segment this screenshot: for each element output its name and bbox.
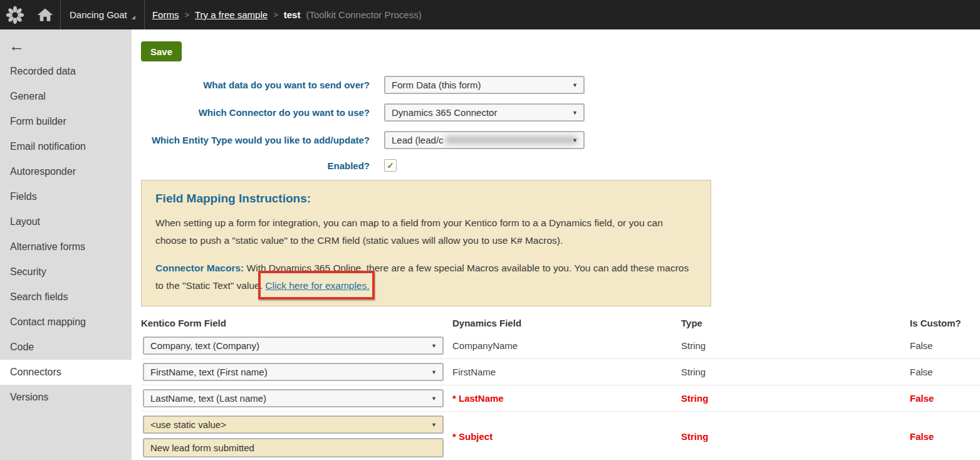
dynamics-field-value: FirstName (452, 367, 681, 377)
connector-select[interactable]: Dynamics 365 Connector ▼ (384, 103, 585, 122)
chevron-down-icon: ▼ (431, 369, 437, 375)
form-row-enabled: Enabled? ✓ (141, 159, 980, 172)
chevron-down-icon: ▼ (431, 395, 437, 402)
instructions-title: Field Mapping Instructions: (155, 192, 696, 206)
dynamics-field-value-required: * LastName (452, 393, 681, 404)
header-type: Type (681, 318, 910, 328)
sidebar-item-general[interactable]: General (0, 84, 132, 109)
sidebar-item-autoresponder[interactable]: Autoresponder (0, 159, 132, 184)
chevron-down-icon: ▼ (431, 422, 437, 428)
is-custom-value-required: False (910, 431, 980, 442)
sidebar-item-security[interactable]: Security (0, 259, 132, 285)
sidebar-item-versions[interactable]: Versions (0, 385, 132, 410)
form-row-connector: Which Connector do you want to use? Dyna… (141, 103, 980, 122)
type-value-required: String (681, 393, 910, 404)
type-value: String (681, 340, 910, 351)
kentico-logo-icon[interactable] (0, 0, 30, 29)
entity-type-label: Which Entity Type would you like to add/… (141, 135, 370, 145)
site-selector[interactable]: Dancing Goat ◢ (61, 0, 144, 29)
instructions-paragraph: When setting up a form for integration, … (155, 214, 696, 249)
kentico-field-value: LastName, text (Last name) (150, 393, 266, 404)
dynamics-field-value-required: * Subject (452, 431, 681, 442)
sidebar-item-fields[interactable]: Fields (0, 184, 132, 209)
enabled-label: Enabled? (141, 160, 370, 171)
enabled-checkbox[interactable]: ✓ (384, 159, 397, 172)
sidebar-item-connectors[interactable]: Connectors (0, 360, 132, 385)
sidebar-item-recorded-data[interactable]: Recorded data (0, 59, 132, 84)
redacted-blur (445, 136, 578, 144)
sidebar-item-form-builder[interactable]: Form builder (0, 109, 132, 134)
header-kentico-form-field: Kentico Form Field (141, 318, 452, 328)
breadcrumb-current: test (284, 9, 301, 20)
kentico-field-value: Company, text (Company) (150, 340, 259, 351)
top-bar: Dancing Goat ◢ Forms > Try a free sample… (0, 0, 980, 29)
sidebar-item-layout[interactable]: Layout (0, 209, 132, 234)
sidebar-item-code[interactable]: Code (0, 335, 132, 360)
chevron-down-icon: ▼ (572, 110, 578, 116)
breadcrumb-suffix: (Toolkit Connector Process) (306, 9, 421, 20)
site-selector-label: Dancing Goat (70, 9, 127, 20)
is-custom-value: False (910, 340, 980, 351)
kentico-field-value: FirstName, text (First name) (150, 367, 268, 377)
breadcrumb: Forms > Try a free sample > test (Toolki… (145, 0, 429, 29)
kentico-field-value: <use static value> (150, 419, 226, 430)
home-icon[interactable] (30, 0, 60, 29)
main-content: Save What data do you want to send over?… (132, 29, 980, 460)
table-row: FirstName, text (First name) ▼ FirstName… (141, 359, 980, 385)
connector-label: Which Connector do you want to use? (141, 107, 370, 118)
mapping-table-header: Kentico Form Field Dynamics Field Type I… (141, 316, 980, 333)
kentico-field-select-static[interactable]: <use static value> ▼ (143, 416, 444, 434)
send-data-label: What data do you want to send over? (141, 80, 370, 90)
dynamics-field-value: CompanyName (452, 340, 681, 351)
form-row-send-data: What data do you want to send over? Form… (141, 76, 980, 94)
sidebar-item-contact-mapping[interactable]: Contact mapping (0, 310, 132, 335)
sidebar-item-search-fields[interactable]: Search fields (0, 285, 132, 310)
send-data-select[interactable]: Form Data (this form) ▼ (384, 76, 585, 94)
field-mapping-table: Kentico Form Field Dynamics Field Type I… (141, 316, 980, 460)
home-glyph (36, 6, 54, 24)
red-annotation-wrapper: Click here for examples. (265, 277, 369, 295)
entity-type-selected-value: Lead (lead/c (392, 135, 444, 145)
check-icon: ✓ (387, 160, 394, 170)
header-is-custom: Is Custom? (910, 318, 980, 328)
field-mapping-instructions-panel: Field Mapping Instructions: When setting… (141, 180, 711, 306)
sidebar: ← Recorded data General Form builder Ema… (0, 29, 132, 460)
connector-settings-form: What data do you want to send over? Form… (141, 76, 980, 172)
kentico-field-select-company[interactable]: Company, text (Company) ▼ (143, 337, 444, 355)
type-value-required: String (681, 431, 910, 442)
connector-selected-value: Dynamics 365 Connector (392, 107, 497, 118)
type-value: String (681, 367, 910, 377)
chevron-down-icon: ▼ (572, 82, 578, 88)
examples-link[interactable]: Click here for examples. (265, 280, 369, 291)
entity-type-select[interactable]: Lead (lead/c ▼ (384, 131, 585, 149)
breadcrumb-separator-icon: > (273, 10, 278, 19)
connector-macros-label: Connector Macors: (155, 263, 244, 273)
is-custom-value-required: False (910, 393, 980, 404)
header-dynamics-field: Dynamics Field (452, 318, 681, 328)
chevron-down-icon: ▼ (572, 137, 578, 144)
form-row-entity-type: Which Entity Type would you like to add/… (141, 131, 980, 149)
table-row: <use static value> ▼ * Subject String Fa… (141, 412, 980, 460)
sidebar-item-email-notification[interactable]: Email notification (0, 134, 132, 159)
table-row: Company, text (Company) ▼ CompanyName St… (141, 333, 980, 359)
breadcrumb-separator-icon: > (184, 10, 189, 19)
breadcrumb-link-form[interactable]: Try a free sample (195, 9, 268, 20)
back-arrow-icon[interactable]: ← (9, 38, 28, 54)
save-button[interactable]: Save (141, 41, 182, 61)
table-row: LastName, text (Last name) ▼ * LastName … (141, 385, 980, 412)
kentico-field-select-firstname[interactable]: FirstName, text (First name) ▼ (143, 363, 444, 381)
instructions-macros-paragraph: Connector Macors: With Dynamics 365 Onli… (155, 259, 696, 295)
is-custom-value: False (910, 367, 980, 377)
site-selector-caret-icon: ◢ (132, 14, 135, 20)
sidebar-item-alternative-forms[interactable]: Alternative forms (0, 234, 132, 259)
send-data-selected-value: Form Data (this form) (392, 80, 481, 90)
kentico-logo-glyph (6, 6, 24, 24)
chevron-down-icon: ▼ (431, 343, 437, 349)
breadcrumb-link-forms[interactable]: Forms (152, 9, 179, 20)
kentico-field-select-lastname[interactable]: LastName, text (Last name) ▼ (143, 389, 444, 407)
static-value-input[interactable] (143, 438, 444, 457)
